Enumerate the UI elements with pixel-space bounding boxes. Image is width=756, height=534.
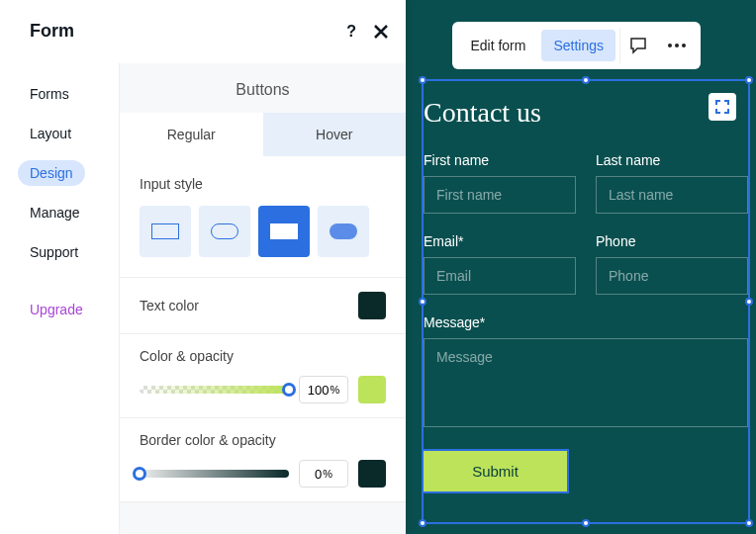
color-opacity-swatch[interactable] (358, 376, 386, 403)
message-label: Message* (424, 314, 748, 330)
color-opacity-row: Color & opacity 100% (120, 334, 406, 418)
help-icon[interactable]: ? (346, 23, 356, 41)
resize-handle[interactable] (582, 519, 590, 527)
phone-label: Phone (596, 233, 748, 249)
color-opacity-label: Color & opacity (140, 348, 386, 364)
text-color-swatch[interactable] (358, 292, 386, 319)
last-name-input[interactable] (596, 176, 748, 214)
sidebar-item-support[interactable]: Support (18, 239, 90, 265)
sidebar: Forms Layout Design Manage Support Upgra… (0, 63, 119, 534)
first-name-label: First name (424, 152, 576, 168)
text-color-row: Text color (120, 278, 406, 334)
first-name-input[interactable] (424, 176, 576, 214)
slider-thumb[interactable] (282, 383, 296, 397)
message-textarea[interactable] (424, 338, 748, 427)
last-name-label: Last name (596, 152, 748, 168)
comment-icon[interactable] (619, 28, 655, 63)
input-style-label: Input style (140, 176, 386, 192)
border-opacity-value[interactable]: 0% (299, 460, 348, 488)
sidebar-item-upgrade[interactable]: Upgrade (18, 297, 95, 322)
text-color-label: Text color (140, 298, 199, 313)
settings-button[interactable]: Settings (541, 30, 615, 61)
design-panel: Form ? Forms Layout Design Manage Suppor… (0, 0, 406, 534)
sidebar-item-forms[interactable]: Forms (18, 81, 81, 107)
resize-handle[interactable] (745, 298, 753, 306)
border-opacity-slider[interactable] (140, 470, 289, 478)
close-icon[interactable] (372, 23, 390, 41)
border-color-opacity-label: Border color & opacity (140, 432, 386, 448)
tabs: Regular Hover (120, 113, 406, 156)
style-rect-fill[interactable] (258, 206, 310, 257)
slider-thumb[interactable] (133, 467, 146, 481)
design-content: Buttons Regular Hover Input style Text c… (119, 63, 406, 534)
panel-body: Forms Layout Design Manage Support Upgra… (0, 63, 406, 534)
style-options (140, 206, 386, 257)
resize-handle[interactable] (745, 76, 753, 84)
style-pill-outline[interactable] (199, 206, 250, 257)
resize-handle[interactable] (582, 76, 590, 84)
input-style-block: Input style (120, 156, 406, 278)
style-rect-outline[interactable] (140, 206, 191, 257)
element-toolbar: Edit form Settings (452, 22, 701, 69)
more-icon[interactable] (659, 28, 695, 63)
section-title: Buttons (120, 63, 406, 113)
tab-hover[interactable]: Hover (263, 113, 407, 156)
sidebar-item-layout[interactable]: Layout (18, 121, 83, 146)
submit-button[interactable]: Submit (424, 451, 567, 491)
panel-title: Form (30, 21, 74, 42)
resize-handle[interactable] (745, 519, 753, 527)
resize-handle[interactable] (419, 298, 426, 306)
tab-regular[interactable]: Regular (120, 113, 263, 156)
phone-input[interactable] (596, 257, 748, 295)
email-input[interactable] (424, 257, 576, 295)
expand-icon[interactable] (709, 93, 736, 121)
style-pill-fill[interactable] (318, 206, 369, 257)
edit-form-button[interactable]: Edit form (458, 30, 537, 61)
resize-handle[interactable] (419, 519, 426, 527)
email-label: Email* (424, 233, 576, 249)
form-title: Contact us (424, 97, 748, 129)
resize-handle[interactable] (419, 76, 426, 84)
border-opacity-swatch[interactable] (358, 460, 386, 488)
form-preview: Contact us First name Last name Email* P… (424, 81, 748, 507)
sidebar-item-manage[interactable]: Manage (18, 200, 92, 225)
color-opacity-slider[interactable] (140, 386, 289, 394)
color-opacity-value[interactable]: 100% (299, 376, 348, 403)
sidebar-item-design[interactable]: Design (18, 160, 85, 186)
selection-frame[interactable]: Contact us First name Last name Email* P… (422, 79, 750, 524)
panel-header-actions: ? (346, 23, 390, 41)
border-color-opacity-row: Border color & opacity 0% (120, 418, 406, 502)
panel-header: Form ? (0, 0, 406, 63)
